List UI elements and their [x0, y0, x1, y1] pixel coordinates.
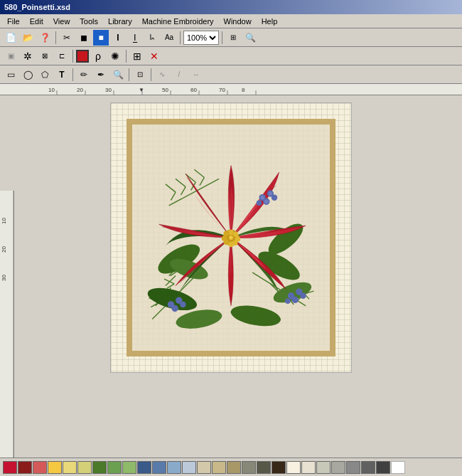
char-map-button[interactable]: Iₙ — [144, 30, 160, 46]
grid-button[interactable]: ⊞ — [225, 30, 241, 46]
palette-color-10[interactable] — [137, 461, 151, 474]
delete-button[interactable]: ✕ — [146, 48, 162, 64]
menu-view[interactable]: View — [49, 16, 75, 26]
italic-button[interactable]: I̲ — [127, 30, 143, 46]
palette-color-25[interactable] — [361, 461, 375, 474]
help-button[interactable]: ❓ — [37, 30, 53, 46]
node-tool[interactable]: ⊠ — [37, 48, 53, 64]
palette-color-24[interactable] — [346, 461, 360, 474]
separator-1 — [55, 31, 56, 44]
freehand-tool[interactable]: ✏ — [76, 67, 92, 83]
new-button[interactable]: 📄 — [3, 30, 18, 46]
menu-machine-embroidery[interactable]: Machine Embroidery — [138, 16, 218, 26]
fill-button[interactable]: ✺ — [107, 48, 123, 64]
move-tool[interactable]: ↔ — [188, 67, 204, 83]
svg-text:60: 60 — [190, 87, 197, 93]
svg-text:10: 10 — [48, 87, 55, 93]
zoom-select[interactable]: 100% 50% 200% — [183, 31, 219, 45]
embroidery-canvas[interactable] — [110, 102, 352, 373]
svg-text:20: 20 — [77, 87, 83, 93]
svg-text:20: 20 — [1, 246, 7, 253]
palette-color-3[interactable] — [33, 461, 47, 474]
open-button[interactable]: 📂 — [20, 30, 36, 46]
palette-color-16[interactable] — [227, 461, 241, 474]
canvas-area: 10 20 30 — [0, 95, 462, 458]
svg-point-73 — [257, 200, 262, 206]
separator-4 — [72, 50, 73, 63]
palette-color-1[interactable] — [3, 461, 17, 474]
stamp-tool[interactable]: ⊡ — [132, 67, 148, 83]
font-select[interactable]: Aa — [161, 30, 177, 46]
menu-bar: File Edit View Tools Library Machine Emb… — [0, 14, 462, 28]
vertical-ruler: 10 20 30 — [0, 191, 14, 458]
separator-5 — [126, 50, 127, 63]
svg-text:10: 10 — [1, 218, 7, 224]
palette-color-13[interactable] — [182, 461, 196, 474]
svg-text:▼: ▼ — [139, 87, 144, 93]
svg-point-74 — [260, 196, 264, 200]
bezier-tool[interactable]: ∿ — [154, 67, 170, 83]
palette-color-15[interactable] — [212, 461, 226, 474]
bold-button[interactable]: I — [110, 30, 126, 46]
menu-help[interactable]: Help — [257, 16, 282, 26]
separator-2 — [180, 31, 181, 44]
menu-edit[interactable]: Edit — [26, 16, 48, 26]
pattern-button[interactable]: ρ — [90, 48, 106, 64]
toolbar-2: ▣ ✲ ⊠ ⊏ ρ ✺ ⊞ ✕ — [0, 47, 462, 65]
menu-library[interactable]: Library — [104, 16, 136, 26]
cut-button[interactable]: ✂ — [59, 30, 75, 46]
text-tool[interactable]: T — [54, 67, 70, 83]
palette-color-21[interactable] — [301, 461, 316, 474]
menu-file[interactable]: File — [3, 16, 24, 26]
select-tool[interactable]: ▣ — [3, 48, 18, 64]
ellipse-tool[interactable]: ◯ — [20, 67, 36, 83]
separator-6 — [72, 68, 73, 81]
svg-text:8: 8 — [242, 87, 245, 93]
palette-color-23[interactable] — [331, 461, 345, 474]
palette-color-26[interactable] — [376, 461, 390, 474]
ruler-marks: 10 20 30 ▼ 50 60 70 8 — [28, 84, 462, 95]
palette-color-22[interactable] — [316, 461, 331, 474]
svg-text:70: 70 — [219, 87, 225, 93]
palette-color-18[interactable] — [257, 461, 271, 474]
svg-text:30: 30 — [1, 275, 7, 281]
artwork-frame — [127, 119, 335, 356]
copy-button[interactable]: ◼ — [76, 30, 92, 46]
separator-8 — [151, 68, 151, 81]
palette-color-6[interactable] — [77, 461, 92, 474]
palette-color-20[interactable] — [286, 461, 301, 474]
grid-view-button[interactable]: ⊞ — [129, 48, 145, 64]
line-tool[interactable]: / — [171, 67, 187, 83]
polygon-tool[interactable]: ⬠ — [37, 67, 53, 83]
eyedropper-tool[interactable]: ✒ — [93, 67, 109, 83]
rect-tool[interactable]: ▭ — [3, 67, 18, 83]
palette-color-17[interactable] — [242, 461, 256, 474]
palette-color-14[interactable] — [197, 461, 211, 474]
color-box[interactable] — [76, 50, 89, 63]
split-tool[interactable]: ⊏ — [54, 48, 70, 64]
palette-color-2[interactable] — [18, 461, 32, 474]
toolbar-3: ▭ ◯ ⬠ T ✏ ✒ 🔍 ⊡ ∿ / ↔ — [0, 65, 462, 84]
svg-text:50: 50 — [162, 87, 168, 93]
svg-point-81 — [285, 298, 291, 304]
palette-color-19[interactable] — [272, 461, 286, 474]
svg-text:30: 30 — [105, 87, 112, 93]
palette-color-11[interactable] — [152, 461, 166, 474]
palette-color-8[interactable] — [107, 461, 122, 474]
menu-tools[interactable]: Tools — [75, 16, 102, 26]
palette-color-4[interactable] — [48, 461, 62, 474]
svg-point-93 — [222, 236, 227, 241]
paste-button[interactable]: ■ — [93, 30, 109, 46]
title-text: 580_Poinsetti.xsd — [4, 3, 70, 11]
palette-color-5[interactable] — [63, 461, 77, 474]
palette-color-12[interactable] — [167, 461, 181, 474]
lasso-tool[interactable]: ✲ — [20, 48, 36, 64]
palette-color-7[interactable] — [92, 461, 107, 474]
palette-color-9[interactable] — [122, 461, 136, 474]
zoom-canvas-tool[interactable]: 🔍 — [110, 67, 126, 83]
zoom-in-button[interactable]: 🔍 — [242, 30, 258, 46]
svg-point-91 — [228, 242, 234, 248]
menu-window[interactable]: Window — [220, 16, 256, 26]
separator-3 — [222, 31, 222, 44]
palette-color-27[interactable] — [391, 461, 405, 474]
